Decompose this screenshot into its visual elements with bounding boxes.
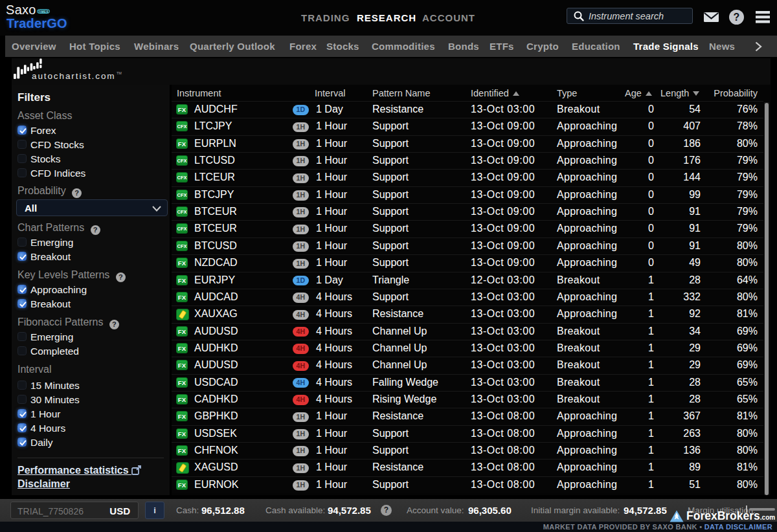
svg-text:TM: TM (117, 71, 122, 75)
svg-text:autochartist.com: autochartist.com (32, 71, 115, 81)
